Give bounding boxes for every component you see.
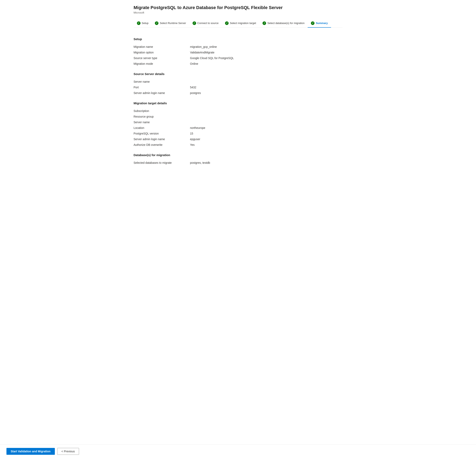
databases-section-title: Database(s) for migration xyxy=(134,153,342,157)
value-source-admin-login: postgres xyxy=(190,91,201,95)
table-row: Migration option ValidateAndMigrate xyxy=(134,50,342,55)
value-migration-mode: Online xyxy=(190,62,198,65)
step-connect-label: Connect to source xyxy=(197,22,219,25)
wizard-steps: Setup Select Runtime Server Connect to s… xyxy=(134,19,342,28)
label-migration-mode: Migration mode xyxy=(134,62,190,65)
step-target-check-icon xyxy=(225,21,229,25)
label-source-server-type: Source server type xyxy=(134,56,190,60)
label-location: Location xyxy=(134,126,190,130)
label-subscription: Subscription xyxy=(134,109,190,112)
label-resource-group: Resource group xyxy=(134,115,190,118)
value-source-server-type: Google Cloud SQL for PostgreSQL xyxy=(190,56,234,60)
value-postgresql-version: 15 xyxy=(190,132,193,135)
table-row: Source server type Google Cloud SQL for … xyxy=(134,55,342,61)
table-row: Location northeurope xyxy=(134,125,342,131)
step-connect-source[interactable]: Connect to source xyxy=(189,19,222,27)
table-row: Port 5432 xyxy=(134,85,342,90)
label-migration-name: Migration name xyxy=(134,45,190,48)
label-selected-databases: Selected databases to migrate xyxy=(134,161,190,164)
table-row: Server name xyxy=(134,79,342,85)
step-summary-label: Summary xyxy=(316,22,328,25)
step-target-label: Select migration target xyxy=(230,22,256,25)
value-migration-option: ValidateAndMigrate xyxy=(190,51,214,54)
step-select-databases[interactable]: Select database(s) for migration xyxy=(259,19,308,27)
step-setup[interactable]: Setup xyxy=(134,19,152,27)
setup-detail-table: Migration name migration_gcp_online Migr… xyxy=(134,44,342,67)
value-migration-name: migration_gcp_online xyxy=(190,45,217,48)
label-source-admin-login: Server admin login name xyxy=(134,91,190,95)
step-runtime-check-icon xyxy=(155,21,159,25)
step-databases-check-icon xyxy=(263,21,266,25)
step-setup-label: Setup xyxy=(142,22,149,25)
page-header: Migrate PostgreSQL to Azure Database for… xyxy=(134,5,342,14)
label-target-admin-login: Server admin login name xyxy=(134,138,190,141)
setup-section-title: Setup xyxy=(134,37,342,41)
table-row: Server name xyxy=(134,119,342,125)
table-row: Migration name migration_gcp_online xyxy=(134,44,342,50)
label-source-port: Port xyxy=(134,86,190,89)
value-authorize-db-overwrite: Yes xyxy=(190,143,195,147)
footer: Start Validation and Migration < Previou… xyxy=(0,444,476,458)
value-target-admin-login: epguser xyxy=(190,138,200,141)
page-subtitle: Microsoft xyxy=(134,11,342,14)
table-row: Selected databases to migrate postgres, … xyxy=(134,160,342,165)
step-setup-check-icon xyxy=(137,21,141,25)
label-migration-option: Migration option xyxy=(134,51,190,54)
table-row: Server admin login name postgres xyxy=(134,90,342,96)
step-runtime-server[interactable]: Select Runtime Server xyxy=(152,19,189,27)
step-databases-label: Select database(s) for migration xyxy=(267,22,305,25)
value-location: northeurope xyxy=(190,126,205,130)
table-row: PostgreSQL version 15 xyxy=(134,131,342,136)
value-source-port: 5432 xyxy=(190,86,196,89)
target-section-title: Migration target details xyxy=(134,102,342,105)
table-row: Resource group xyxy=(134,114,342,119)
table-row: Migration mode Online xyxy=(134,61,342,67)
source-server-section-title: Source Server details xyxy=(134,72,342,76)
step-summary-check-icon xyxy=(311,21,314,25)
table-row: Server admin login name epguser xyxy=(134,136,342,142)
label-source-server-name: Server name xyxy=(134,80,190,83)
table-row: Authorize DB overwrite Yes xyxy=(134,142,342,148)
start-validation-migration-button[interactable]: Start Validation and Migration xyxy=(7,448,55,455)
table-row: Subscription xyxy=(134,108,342,114)
databases-detail-table: Selected databases to migrate postgres, … xyxy=(134,160,342,165)
page-title: Migrate PostgreSQL to Azure Database for… xyxy=(134,5,342,11)
step-runtime-label: Select Runtime Server xyxy=(160,22,186,25)
label-authorize-db-overwrite: Authorize DB overwrite xyxy=(134,143,190,147)
step-connect-check-icon xyxy=(193,21,196,25)
source-server-detail-table: Server name Port 5432 Server admin login… xyxy=(134,79,342,96)
label-postgresql-version: PostgreSQL version xyxy=(134,132,190,135)
content-area: Setup Migration name migration_gcp_onlin… xyxy=(134,34,342,173)
label-target-server-name: Server name xyxy=(134,121,190,124)
target-detail-table: Subscription Resource group Server name … xyxy=(134,108,342,148)
step-summary[interactable]: Summary xyxy=(308,19,331,27)
step-migration-target[interactable]: Select migration target xyxy=(222,19,259,27)
previous-button[interactable]: < Previous xyxy=(57,448,79,455)
value-selected-databases: postgres, testdb xyxy=(190,161,210,164)
